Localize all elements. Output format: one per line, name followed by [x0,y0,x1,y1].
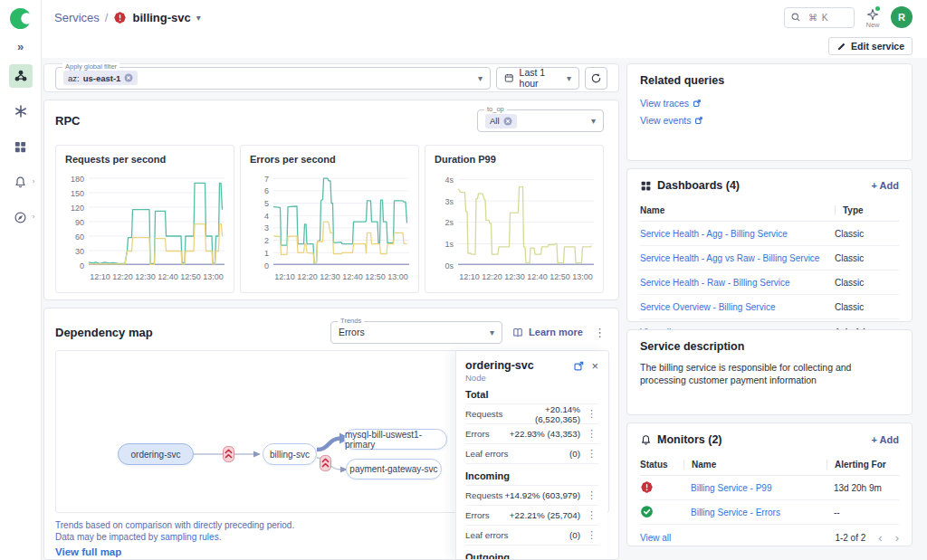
view-all-link[interactable]: View all [640,533,671,543]
filter-chip-az[interactable]: az:us-east-1 [63,71,138,85]
dependency-map-title: Dependency map [55,326,153,339]
dashboard-link[interactable]: Service Health - Agg - Billing Service [640,229,835,239]
add-monitor-button[interactable]: + Add [872,434,899,445]
whats-new-button[interactable]: New [865,8,880,29]
page-prev-icon[interactable]: ‹ [878,534,882,543]
chart-title: Duration P99 [435,154,594,165]
map-node-billing-svc[interactable]: billing-svc [263,443,317,465]
to-op-select[interactable]: to_op All ▾ [477,109,604,132]
monitors-table-header: Status Name Alerting For [640,453,899,476]
chevron-down-icon[interactable]: ▾ [196,13,201,23]
dashboard-link[interactable]: Service Health - Raw - Billing Service [640,278,835,288]
chart-plot-area: 030609012015018012:1012:2012:3012:4012:5… [65,171,225,281]
chart-plot-area: 0s1s2s3s4s12:1012:2012:3012:4012:5013:00 [435,171,594,281]
global-filter-bar: Apply global filter az:us-east-1 ▾ Last [43,63,619,92]
node-details-panel: ordering-svc × Node Total Requests+20.14… [455,351,607,559]
global-filter-combobox[interactable]: Apply global filter az:us-east-1 ▾ [55,67,491,90]
search-input[interactable]: ⌘ K [784,7,855,28]
panel-row: Leaf errors(0)⋮ [465,526,598,546]
sidebar-item-services[interactable] [9,64,33,88]
view-events-link[interactable]: View events [640,115,899,126]
pagination-range: 1-2 of 2 [835,533,865,543]
view-traces-link[interactable]: View traces [640,98,899,109]
pencil-icon [836,42,846,52]
dashboards-card: Dashboards (4) + Add Name Type Service H… [626,168,913,322]
to-op-label: to_op [484,105,507,113]
filter-chip-value: us-east-1 [83,73,121,83]
compass-icon [14,211,27,224]
close-icon[interactable]: × [591,360,598,372]
bell-icon [14,176,27,189]
map-node-ordering-svc[interactable]: ordering-svc [118,443,194,465]
dependency-map-section: Dependency map Trends Errors ▾ Learn mor… [43,308,619,560]
asterisk-icon [14,104,28,119]
edit-service-button[interactable]: Edit service [828,37,913,55]
sidebar-expand-icon[interactable]: » [17,41,24,52]
table-row: Service Health - Agg - Billing ServiceCl… [640,222,899,246]
kebab-menu-icon[interactable]: ⋮ [585,408,598,420]
sidebar-item-alerts[interactable]: › [9,170,33,194]
to-op-chip[interactable]: All [485,114,517,128]
kebab-menu-icon[interactable]: ⋮ [585,428,598,440]
add-dashboard-button[interactable]: + Add [872,180,899,191]
map-node-payment-gateway-svc[interactable]: payment-gateway-svc [346,459,442,479]
table-row: Service Overview - Billing ServiceClassi… [640,295,899,319]
learn-more-button[interactable]: Learn more [511,327,583,338]
breadcrumb-services-link[interactable]: Services [54,11,100,24]
chart-errors-per-second: Errors per second 0123456712:1012:2012:3… [240,145,419,293]
panel-row: Errors+22.21% (25,704)⋮ [465,506,598,526]
table-row: Service Health - Agg vs Raw - Billing Se… [640,246,899,271]
breadcrumb: Services / billing-svc ▾ [54,11,201,24]
content-area: Apply global filter az:us-east-1 ▾ Last [42,58,927,560]
breadcrumb-service-name[interactable]: billing-svc [132,11,190,24]
monitor-link[interactable]: Billing Service - Errors [683,508,827,517]
panel-section-title: Total [465,383,598,404]
refresh-button[interactable] [585,67,607,90]
error-trend-badge-icon [223,446,234,462]
sampling-rules-link[interactable]: sampling rules. [160,532,221,542]
trends-label: Trends [338,317,364,325]
remove-filter-icon[interactable] [124,73,133,82]
page-next-icon[interactable]: › [895,534,899,543]
monitors-card: Monitors (2) + Add Status Name Alerting … [626,422,913,546]
filter-chip-key: az: [68,73,80,83]
dashboard-link[interactable]: Service Health - Agg vs Raw - Billing Se… [640,253,835,263]
sidebar: » › › [0,0,42,560]
brand-logo-icon[interactable] [10,8,31,29]
panel-section-title: Incoming [465,464,598,486]
service-error-badge-icon [113,11,127,24]
sidebar-item-traces[interactable] [9,100,33,123]
chevron-right-icon: › [33,213,35,221]
kebab-menu-icon[interactable]: ⋮ [585,509,598,521]
kebab-menu-icon[interactable]: ⋮ [585,489,598,501]
kebab-menu-icon[interactable]: ⋮ [592,326,607,339]
node-panel-subtitle: Node [465,373,598,383]
panel-row: Leaf errors(0)⋮ [465,444,598,464]
panel-row: Errors+22.93% (43,353)⋮ [465,424,598,444]
map-node-mysql-bill-uswest1-primary[interactable]: mysql-bill-uswest1-primary [344,429,447,450]
calendar-icon [504,72,514,83]
monitor-link[interactable]: Billing Service - P99 [683,483,827,493]
sidebar-item-dashboards[interactable] [9,135,33,158]
monitors-title: Monitors (2) [657,433,722,446]
dashboard-link[interactable]: Service Overview - Billing Service [640,302,835,312]
time-range-select[interactable]: Last 1 hour ▾ [496,67,579,90]
time-range-value: Last 1 hour [520,67,561,89]
table-row: Billing Service - P99 13d 20h 9m [640,476,899,500]
node-panel-title: ordering-svc [465,359,567,372]
panel-row: Requests+20.14% (6,520,365)⋮ [465,404,598,424]
rpc-title: RPC [55,114,80,128]
kebab-menu-icon[interactable]: ⋮ [585,448,598,460]
avatar[interactable]: R [891,6,913,28]
chart-title: Requests per second [65,154,225,165]
dashboard-grid-icon [640,180,652,192]
sidebar-item-explore[interactable]: › [9,205,33,229]
service-description-title: Service description [640,340,744,353]
kebab-menu-icon[interactable]: ⋮ [585,529,598,541]
chevron-down-icon: ▾ [591,116,596,126]
dashboards-table-header: Name Type [640,199,899,222]
open-in-new-icon[interactable] [573,360,585,372]
trends-select[interactable]: Trends Errors ▾ [330,321,502,344]
dashboards-title: Dashboards (4) [657,179,740,192]
remove-filter-icon[interactable] [503,117,512,126]
